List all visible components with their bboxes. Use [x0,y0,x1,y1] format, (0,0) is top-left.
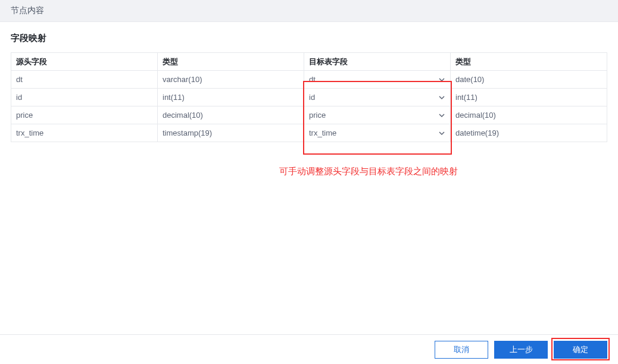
source-field-cell: dt [11,71,158,89]
target-type-cell: date(10) [451,71,607,89]
chevron-down-icon [438,76,445,83]
chevron-down-icon [438,130,445,137]
target-field-value: price [309,107,326,124]
source-type-cell: int(11) [158,89,304,106]
cancel-button[interactable]: 取消 [435,341,488,359]
source-type-cell: varchar(10) [158,71,304,89]
dialog-header: 节点内容 [0,0,618,22]
table-row: dt varchar(10) dt date(10) [11,71,607,89]
target-type-cell: decimal(10) [451,106,607,124]
source-type-cell: decimal(10) [158,106,304,124]
target-field-cell[interactable]: dt [304,71,451,89]
field-mapping-table: 源头字段 类型 目标表字段 类型 dt varchar(10) dt [11,52,607,142]
target-field-cell[interactable]: price [304,106,451,124]
table-header-row: 源头字段 类型 目标表字段 类型 [11,53,607,71]
target-field-value: trx_time [309,125,336,142]
chevron-down-icon [438,94,445,101]
target-type-cell: int(11) [451,89,607,106]
target-type-cell: datetime(19) [451,124,607,142]
col-target-field: 目标表字段 [304,53,451,71]
source-field-cell: trx_time [11,124,158,142]
table-row: price decimal(10) price decimal(10) [11,106,607,124]
col-source-type: 类型 [158,53,304,71]
chevron-down-icon [438,112,445,119]
target-field-select[interactable]: dt [304,71,450,88]
target-field-cell[interactable]: trx_time [304,124,451,142]
source-field-cell: price [11,106,158,124]
annotation-text: 可手动调整源头字段与目标表字段之间的映射 [279,166,458,177]
target-field-select[interactable]: price [304,106,450,124]
confirm-button[interactable]: 确定 [554,341,607,359]
table-row: id int(11) id int(11) [11,89,607,106]
target-field-value: dt [309,71,316,88]
section-title: 字段映射 [11,33,607,44]
target-field-cell[interactable]: id [304,89,451,106]
table-row: trx_time timestamp(19) trx_time datetime… [11,124,607,142]
source-type-cell: timestamp(19) [158,124,304,142]
target-field-value: id [309,89,315,106]
dialog-footer: 取消 上一步 确定 [0,334,618,364]
source-field-cell: id [11,89,158,106]
target-field-select[interactable]: trx_time [304,124,450,142]
dialog-title: 节点内容 [11,5,44,15]
col-target-type: 类型 [451,53,607,71]
dialog-content: 字段映射 源头字段 类型 目标表字段 类型 dt varchar(10) dt [0,22,618,142]
col-source-field: 源头字段 [11,53,158,71]
target-field-select[interactable]: id [304,89,450,106]
prev-step-button[interactable]: 上一步 [494,341,548,359]
